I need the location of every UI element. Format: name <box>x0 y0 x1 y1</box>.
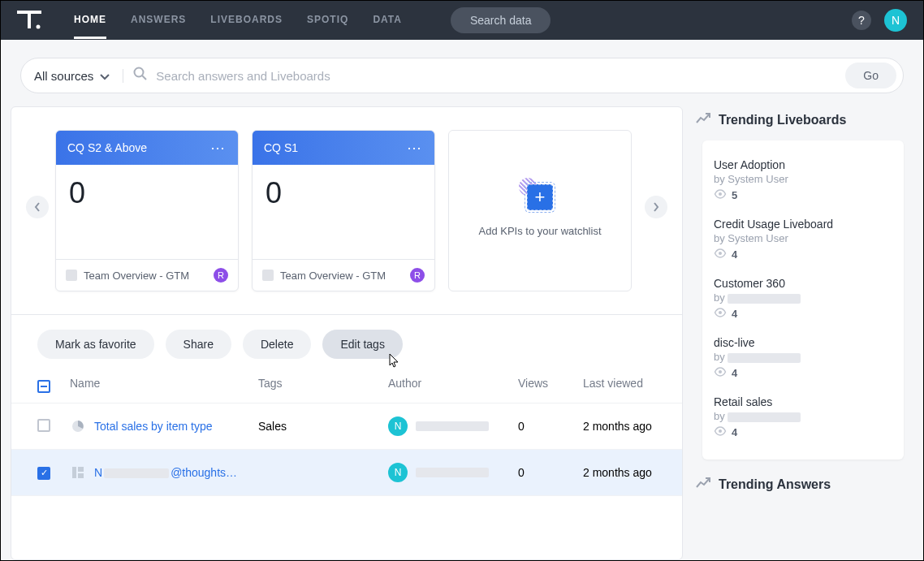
trending-views: 4 <box>714 367 892 379</box>
table-header: Name Tags Author Views Last viewed <box>11 365 682 403</box>
cell-views: 0 <box>518 420 583 433</box>
kpi-title: CQ S2 & Above <box>67 141 147 154</box>
cell-views: 0 <box>518 466 583 479</box>
pie-chart-icon <box>70 418 86 434</box>
trending-liveboards-panel: Trending Liveboards User Adoptionby Syst… <box>693 106 913 460</box>
svg-point-13 <box>719 429 722 433</box>
carousel-next[interactable] <box>645 196 667 218</box>
kpi-source: Team Overview - GTM <box>84 270 189 282</box>
eye-icon <box>714 308 727 320</box>
source-selector[interactable]: All sources <box>34 69 123 83</box>
item-name-link[interactable]: N@thoughts… <box>94 466 237 479</box>
col-author[interactable]: Author <box>388 377 518 393</box>
eye-icon <box>714 367 727 379</box>
cell-tags: Sales <box>258 420 388 433</box>
cell-last: 2 months ago <box>583 420 656 433</box>
row-checkbox[interactable] <box>37 467 50 480</box>
svg-rect-7 <box>78 467 84 472</box>
search-input[interactable] <box>148 69 845 83</box>
svg-point-11 <box>719 311 722 314</box>
trending-by: by <box>714 410 892 422</box>
trending-item[interactable]: User Adoptionby System User5 <box>714 152 892 211</box>
row-checkbox[interactable] <box>37 419 50 432</box>
add-kpi-card[interactable]: + Add KPIs to your watchlist <box>448 130 632 291</box>
kpi-card[interactable]: CQ S1 ⋯ 0 Team Overview - GTM R <box>252 130 435 291</box>
liveboard-icon <box>70 464 86 481</box>
trending-by: by <box>714 351 892 363</box>
go-button[interactable]: Go <box>845 63 896 88</box>
svg-point-9 <box>719 192 722 196</box>
trending-by: by System User <box>714 232 892 244</box>
eye-icon <box>714 189 727 201</box>
trending-icon <box>696 113 710 127</box>
carousel-prev[interactable] <box>26 196 49 218</box>
trending-title: User Adoption <box>714 158 892 171</box>
trending-title: disc-live <box>714 336 892 349</box>
table-row[interactable]: N@thoughts… N 0 2 months ago <box>11 450 682 496</box>
nav-liveboards[interactable]: LIVEBOARDS <box>210 2 283 39</box>
svg-rect-1 <box>28 11 31 28</box>
select-all-checkbox[interactable] <box>37 380 50 393</box>
by-redacted <box>728 294 801 304</box>
trending-views: 4 <box>714 248 892 261</box>
share-button[interactable]: Share <box>166 330 231 359</box>
help-icon[interactable]: ? <box>852 11 871 30</box>
trending-by: by <box>714 291 892 304</box>
trending-item[interactable]: Customer 360by 4 <box>714 270 892 330</box>
liveboard-icon <box>262 270 274 281</box>
eye-icon <box>714 426 727 438</box>
col-views[interactable]: Views <box>518 377 583 393</box>
col-tags[interactable]: Tags <box>258 377 388 393</box>
col-last[interactable]: Last viewed <box>583 377 656 393</box>
chevron-down-icon <box>100 69 110 83</box>
panel-title: Trending Liveboards <box>719 113 846 127</box>
svg-point-2 <box>37 25 41 29</box>
nav-search-data[interactable]: Search data <box>451 7 551 33</box>
trending-views: 4 <box>714 308 892 320</box>
more-icon[interactable]: ⋯ <box>407 139 423 157</box>
kpi-source: Team Overview - GTM <box>280 270 386 282</box>
mark-favorite-button[interactable]: Mark as favorite <box>37 330 154 359</box>
kpi-card[interactable]: CQ S2 & Above ⋯ 0 Team Overview - GTM R <box>55 130 239 291</box>
trending-title: Retail sales <box>714 395 892 408</box>
trending-title: Customer 360 <box>714 277 892 290</box>
author-redacted <box>416 421 489 431</box>
nav-data[interactable]: DATA <box>373 2 402 39</box>
nav-home[interactable]: HOME <box>74 2 106 39</box>
svg-line-4 <box>142 76 146 80</box>
nav-items: HOME ANSWERS LIVEBOARDS SPOTIQ DATA <box>74 2 402 39</box>
search-icon <box>133 67 148 84</box>
col-name[interactable]: Name <box>70 377 258 393</box>
trending-icon <box>696 477 710 492</box>
top-nav: HOME ANSWERS LIVEBOARDS SPOTIQ DATA Sear… <box>1 1 923 40</box>
trending-item[interactable]: Credit Usage Liveboardby System User4 <box>714 211 892 270</box>
trending-views: 5 <box>714 189 892 201</box>
trending-title: Credit Usage Liveboard <box>714 218 892 231</box>
trending-by: by System User <box>714 173 892 185</box>
kpi-watchlist: CQ S2 & Above ⋯ 0 Team Overview - GTM R … <box>11 107 682 306</box>
kpi-badge: R <box>410 268 425 283</box>
trending-item[interactable]: Retail salesby 4 <box>714 389 892 448</box>
delete-button[interactable]: Delete <box>243 330 311 359</box>
panel-title: Trending Answers <box>719 477 831 492</box>
more-icon[interactable]: ⋯ <box>210 139 227 157</box>
item-name-link[interactable]: Total sales by item type <box>94 420 213 433</box>
svg-point-3 <box>135 68 144 77</box>
user-avatar[interactable]: N <box>884 9 907 32</box>
nav-answers[interactable]: ANSWERS <box>131 2 186 39</box>
trending-item[interactable]: disc-liveby 4 <box>714 330 892 389</box>
logo[interactable] <box>17 11 41 30</box>
bulk-actions: Mark as favorite Share Delete Edit tags <box>11 314 682 365</box>
edit-tags-button[interactable]: Edit tags <box>322 330 402 359</box>
content-table: Name Tags Author Views Last viewed Total… <box>11 365 682 496</box>
trending-views: 4 <box>714 426 892 438</box>
table-row[interactable]: Total sales by item type Sales N 0 2 mon… <box>11 403 682 450</box>
svg-point-10 <box>719 252 722 255</box>
nav-spotiq[interactable]: SPOTIQ <box>307 2 348 39</box>
by-redacted <box>728 412 801 422</box>
search-bar: All sources Go <box>20 58 904 93</box>
trending-answers-panel: Trending Answers <box>693 471 913 498</box>
kpi-value: 0 <box>253 165 434 259</box>
svg-point-12 <box>719 370 722 373</box>
author-redacted <box>416 468 489 477</box>
